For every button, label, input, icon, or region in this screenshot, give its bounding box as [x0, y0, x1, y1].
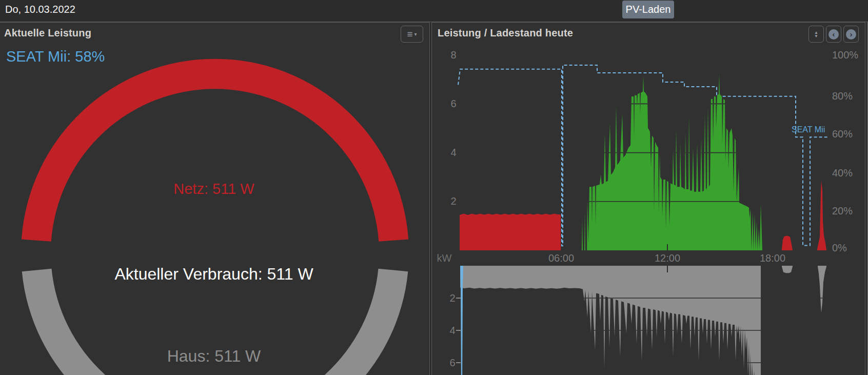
panel-menu-button[interactable]: ≡ ▾: [401, 26, 423, 43]
chevron-left-icon: ‹: [828, 29, 839, 40]
panel-aktuelle-leistung: Aktuelle Leistung ≡ ▾ SEAT Mii: 58% Netz…: [0, 22, 430, 375]
gauge-netz-label: Netz: 511 W: [173, 181, 254, 198]
prev-day-button[interactable]: ‹: [826, 26, 841, 43]
chevron-down-icon: ▾: [415, 31, 417, 37]
left-panel-header: Aktuelle Leistung ≡ ▾: [0, 23, 429, 45]
chevron-right-icon: ›: [846, 29, 856, 40]
panel-leistung-ladestand: Leistung / Ladestand heute ▲▼ ‹ ›: [431, 22, 865, 375]
pv-laden-button[interactable]: PV-Laden: [622, 1, 674, 18]
right-panel-title: Leistung / Ladestand heute: [438, 27, 573, 39]
gauge-consumption-label: Aktueller Verbrauch: 511 W: [114, 265, 313, 284]
next-day-button[interactable]: ›: [843, 26, 859, 43]
date-label: Do, 10.03.2022: [5, 4, 75, 15]
up-down-icon: ▲▼: [814, 31, 818, 38]
right-panel-header: Leistung / Ladestand heute ▲▼ ‹ ›: [432, 23, 865, 45]
vehicle-soc-heading: SEAT Mii: 58%: [6, 48, 105, 65]
left-panel-title: Aktuelle Leistung: [4, 27, 91, 39]
move-panel-button[interactable]: ▲▼: [808, 26, 824, 43]
hamburger-icon: ≡: [407, 29, 412, 39]
gauge-haus-label: Haus: 511 W: [167, 347, 261, 366]
top-bar: Do, 10.03.2022 PV-Laden: [0, 0, 868, 22]
